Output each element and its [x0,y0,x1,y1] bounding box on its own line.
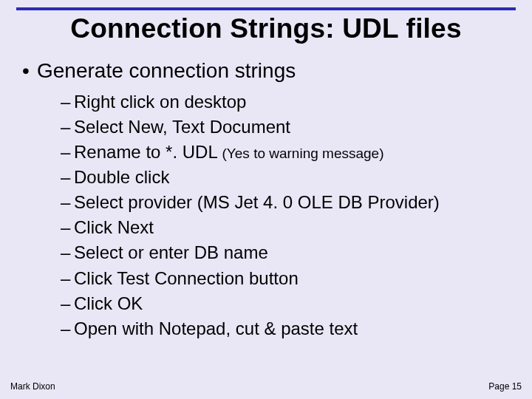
step-item: Select New, Text Document [61,115,510,140]
step-text: Select or enter DB name [74,242,268,262]
step-text: Right click on desktop [74,92,246,112]
step-text: Select provider (MS Jet 4. 0 OLE DB Prov… [74,192,440,212]
step-text: Click Test Connection button [74,268,299,288]
step-item: Select provider (MS Jet 4. 0 OLE DB Prov… [61,190,510,215]
step-item: Select or enter DB name [61,240,510,265]
step-text: Double click [74,167,169,187]
title-rule [16,7,516,10]
step-text: Select New, Text Document [74,117,290,137]
sublist: Right click on desktop Select New, Text … [61,89,510,341]
step-item: Click Test Connection button [61,266,510,291]
step-text: Click OK [74,293,143,313]
step-text: Open with Notepad, cut & paste text [74,318,358,338]
slide-title: Connection Strings: UDL files [0,13,532,44]
step-item: Right click on desktop [61,89,510,115]
step-item: Open with Notepad, cut & paste text [61,316,510,341]
step-item: Double click [61,165,510,190]
step-note: (Yes to warning message) [222,146,384,161]
step-item: Click Next [61,215,510,240]
footer-author: Mark Dixon [10,381,55,392]
footer-page: Page 15 [488,381,522,392]
bullet-main: Generate connection strings [22,58,510,83]
step-text: Click Next [74,217,154,237]
slide: Connection Strings: UDL files Generate c… [0,0,532,399]
slide-body: Generate connection strings Right click … [22,58,510,341]
step-item: Rename to *. UDL (Yes to warning message… [61,140,510,165]
step-text: Rename to *. UDL [74,142,222,162]
step-item: Click OK [61,291,510,316]
